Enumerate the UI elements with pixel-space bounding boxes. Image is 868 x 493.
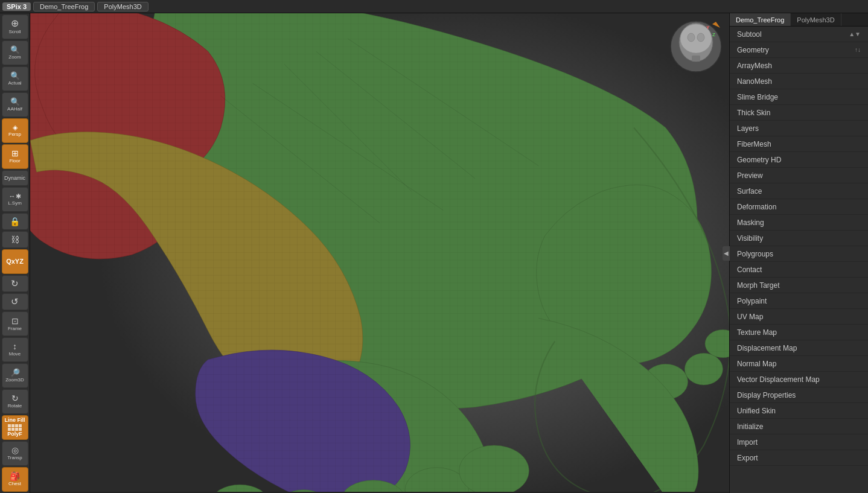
zoom3d-button[interactable]: 🔎 Zoom3D bbox=[2, 363, 28, 388]
qxyz-button[interactable]: QxYZ bbox=[2, 249, 28, 274]
menu-item-polygroups[interactable]: Polygroups bbox=[730, 246, 868, 262]
chest-button[interactable]: 🎒 Chest bbox=[2, 467, 28, 492]
visibility-label: Visibility bbox=[737, 234, 763, 243]
tab-demo-treefrog[interactable]: Demo_TreeFrog bbox=[730, 13, 791, 26]
lock-button[interactable]: 🔒 bbox=[2, 213, 28, 230]
transp-button[interactable]: ◎ Transp bbox=[2, 441, 28, 466]
frame-button[interactable]: ⊡ Frame bbox=[2, 311, 28, 336]
frog-model bbox=[30, 13, 729, 493]
zoom-button[interactable]: 🔍 Zoom bbox=[2, 40, 28, 65]
svg-text:Y: Y bbox=[706, 25, 710, 30]
menu-item-export[interactable]: Export bbox=[730, 450, 868, 466]
scroll-button[interactable]: ⊕ Scroll bbox=[2, 14, 28, 39]
right-panel-tabs: Demo_TreeFrog PolyMesh3D bbox=[730, 13, 868, 27]
3d-navigator[interactable]: Y Z bbox=[669, 19, 723, 74]
zoom-icon: 🔍 bbox=[10, 46, 20, 54]
svg-point-11 bbox=[459, 445, 529, 493]
menu-item-deformation[interactable]: Deformation bbox=[730, 199, 868, 215]
top-bar: SPix 3 Demo_TreeFrog PolyMesh3D bbox=[0, 0, 868, 13]
texture-map-label: Texture Map bbox=[737, 328, 777, 337]
normal-map-label: Normal Map bbox=[737, 360, 776, 368]
move-label: Move bbox=[9, 351, 21, 357]
zoom3d-icon: 🔎 bbox=[10, 369, 20, 377]
move-icon: ↕ bbox=[13, 342, 17, 351]
menu-item-layers[interactable]: Layers bbox=[730, 121, 868, 136]
fibermesh-label: FiberMesh bbox=[737, 140, 771, 148]
menu-item-arraymesh[interactable]: ArrayMesh bbox=[730, 58, 868, 74]
menu-item-import[interactable]: Import bbox=[730, 434, 868, 450]
floor-button[interactable]: ⊞ Floor bbox=[2, 144, 28, 169]
display-properties-label: Display Properties bbox=[737, 391, 796, 399]
floor-label: Floor bbox=[9, 158, 20, 164]
sym2-icon: ↺ bbox=[11, 297, 19, 306]
menu-item-preview[interactable]: Preview bbox=[730, 168, 868, 183]
move-button[interactable]: ↕ Move bbox=[2, 337, 28, 362]
menu-item-display-properties[interactable]: Display Properties bbox=[730, 387, 868, 403]
actual-button[interactable]: 🔍 Actual bbox=[2, 66, 28, 91]
menu-item-surface[interactable]: Surface bbox=[730, 183, 868, 199]
menu-item-masking[interactable]: Masking bbox=[730, 215, 868, 231]
main-area: ⊕ Scroll 🔍 Zoom 🔍 Actual 🔍 AAHalf ◈ Pers… bbox=[0, 13, 868, 493]
transp-icon: ◎ bbox=[11, 446, 19, 454]
menu-item-visibility[interactable]: Visibility bbox=[730, 231, 868, 246]
sym2-button[interactable]: ↺ bbox=[2, 293, 28, 310]
thick-skin-label: Thick Skin bbox=[737, 109, 770, 117]
menu-item-geometry[interactable]: Geometry ↑↓ bbox=[730, 42, 868, 58]
persp-label: Persp bbox=[8, 132, 21, 137]
canvas-area[interactable]: Y Z bbox=[30, 13, 729, 493]
layers-label: Layers bbox=[737, 124, 759, 133]
deformation-label: Deformation bbox=[737, 203, 776, 211]
persp-button[interactable]: ◈ Persp bbox=[2, 118, 28, 143]
menu-item-thick-skin[interactable]: Thick Skin bbox=[730, 105, 868, 121]
menu-item-uv-map[interactable]: UV Map bbox=[730, 309, 868, 325]
svg-rect-25 bbox=[692, 56, 700, 62]
sym1-button[interactable]: ↻ bbox=[2, 275, 28, 292]
aahalf-label: AAHalf bbox=[7, 106, 22, 112]
displacement-map-label: Displacement Map bbox=[737, 344, 797, 352]
rotate-button[interactable]: ↻ Rotate bbox=[2, 389, 28, 414]
dynamic-label: Dynamic bbox=[4, 175, 25, 181]
collapse-panel-button[interactable]: ◀ bbox=[723, 246, 730, 261]
menu-item-unified-skin[interactable]: Unified Skin bbox=[730, 403, 868, 419]
menu-item-slime-bridge[interactable]: Slime Bridge bbox=[730, 89, 868, 105]
tab-polymesh3d[interactable]: PolyMesh3D bbox=[791, 13, 841, 26]
svg-point-23 bbox=[688, 33, 695, 42]
menu-item-geometry-hd[interactable]: Geometry HD bbox=[730, 152, 868, 168]
persp-icon: ◈ bbox=[13, 124, 18, 131]
masking-label: Masking bbox=[737, 218, 764, 227]
tab-demo-treefrog[interactable]: Demo_TreeFrog bbox=[33, 2, 95, 11]
transp-label: Transp bbox=[7, 455, 22, 460]
contact-label: Contact bbox=[737, 266, 762, 274]
aahalf-button[interactable]: 🔍 AAHalf bbox=[2, 92, 28, 117]
subtool-arrow: ▲▼ bbox=[849, 31, 861, 37]
spix-badge[interactable]: SPix 3 bbox=[2, 2, 31, 11]
svg-text:Z: Z bbox=[712, 32, 715, 37]
menu-item-nanomesh[interactable]: NanoMesh bbox=[730, 74, 868, 89]
tab-polymesh3d[interactable]: PolyMesh3D bbox=[97, 2, 148, 11]
chain-button[interactable]: ⛓ bbox=[2, 231, 28, 248]
menu-item-polypaint[interactable]: Polypaint bbox=[730, 293, 868, 309]
menu-item-fibermesh[interactable]: FiberMesh bbox=[730, 136, 868, 152]
subtool-label: Subtool bbox=[737, 30, 762, 39]
uv-map-label: UV Map bbox=[737, 313, 763, 321]
menu-item-normal-map[interactable]: Normal Map bbox=[730, 356, 868, 372]
right-menu-list: Subtool ▲▼ Geometry ↑↓ ArrayMesh NanoMes… bbox=[730, 27, 868, 493]
lsym-label: L.Sym bbox=[8, 200, 22, 206]
unified-skin-label: Unified Skin bbox=[737, 407, 776, 415]
menu-item-displacement-map[interactable]: Displacement Map bbox=[730, 340, 868, 356]
chest-label: Chest bbox=[8, 481, 21, 486]
polyf-button[interactable]: Line Fill PolyF bbox=[2, 415, 28, 440]
scroll-icon: ⊕ bbox=[11, 19, 19, 28]
lsym-icon: ↔✱ bbox=[9, 193, 21, 200]
menu-item-initialize[interactable]: Initialize bbox=[730, 419, 868, 434]
rotate-icon: ↻ bbox=[11, 394, 19, 402]
menu-item-vector-displacement-map[interactable]: Vector Displacement Map bbox=[730, 372, 868, 387]
menu-item-contact[interactable]: Contact bbox=[730, 262, 868, 278]
chest-icon: 🎒 bbox=[10, 472, 20, 480]
menu-item-subtool[interactable]: Subtool ▲▼ bbox=[730, 27, 868, 42]
dynamic-button[interactable]: Dynamic bbox=[2, 170, 28, 186]
lsym-button[interactable]: ↔✱ L.Sym bbox=[2, 187, 28, 212]
menu-item-texture-map[interactable]: Texture Map bbox=[730, 325, 868, 340]
menu-item-morph-target[interactable]: Morph Target bbox=[730, 278, 868, 293]
svg-point-24 bbox=[697, 33, 704, 42]
